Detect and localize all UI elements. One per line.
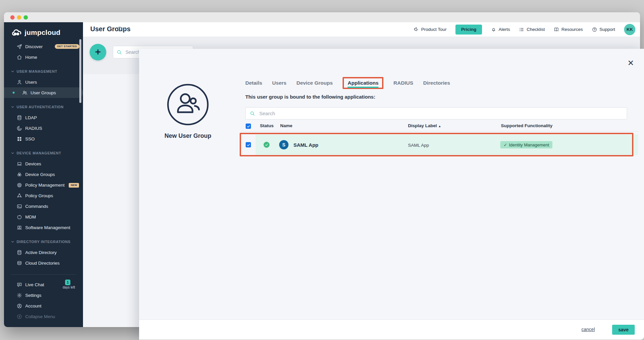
- user-group-avatar-icon: [167, 84, 209, 126]
- sidebar: jumpcloud Discover GET STARTED Home USER…: [4, 22, 83, 327]
- tab-applications[interactable]: Applications: [348, 80, 378, 88]
- sidebar-item-devices[interactable]: Devices: [4, 158, 83, 169]
- select-all-checkbox[interactable]: [246, 124, 251, 129]
- user-group-detail-panel: ✕ New User Group Details Users Device Gr…: [139, 49, 644, 339]
- radar-icon: [17, 126, 22, 131]
- sidebar-item-label: User Groups: [31, 90, 56, 95]
- sidebar-scrollbar-thumb[interactable]: [79, 39, 81, 103]
- tab-details[interactable]: Details: [245, 80, 262, 86]
- row-checkbox[interactable]: [246, 142, 251, 147]
- sidebar-item-settings[interactable]: Settings: [4, 290, 83, 300]
- users-icon: [22, 90, 28, 96]
- sidebar-item-active-directory[interactable]: Active Directory: [4, 247, 83, 258]
- add-user-group-button[interactable]: +: [90, 44, 106, 60]
- molecule-icon: [17, 193, 22, 199]
- plus-icon: +: [95, 47, 101, 57]
- sidebar-item-software-management[interactable]: Software Management: [4, 222, 83, 233]
- sidebar-item-live-chat[interactable]: Live Chat 1 days left: [4, 279, 83, 290]
- sidebar-item-sso[interactable]: SSO: [4, 133, 83, 144]
- sort-asc-icon: ▲: [438, 125, 441, 128]
- applications-search-input[interactable]: [259, 110, 623, 117]
- sidebar-item-home[interactable]: Home: [4, 52, 83, 62]
- close-window-button[interactable]: [10, 15, 15, 20]
- sidebar-item-label: Policy Groups: [25, 193, 53, 198]
- sidebar-item-label: Settings: [25, 293, 41, 298]
- sidebar-item-label: LDAP: [25, 115, 37, 120]
- software-icon: [17, 225, 22, 230]
- sidebar-section-user-authentication[interactable]: USER AUTHENTICATION: [4, 102, 83, 112]
- sidebar-item-label: Software Management: [25, 225, 70, 230]
- sidebar-item-account[interactable]: Account: [4, 300, 83, 311]
- save-button[interactable]: save: [612, 325, 635, 335]
- logo-text: jumpcloud: [25, 29, 60, 37]
- support-button[interactable]: Support: [592, 27, 615, 32]
- sidebar-section-user-management[interactable]: USER MANAGEMENT: [4, 66, 83, 77]
- sidebar-item-collapse-menu[interactable]: Collapse Menu: [4, 311, 83, 322]
- jumpcloud-logo[interactable]: jumpcloud: [12, 27, 60, 38]
- sidebar-item-device-groups[interactable]: Device Groups: [4, 169, 83, 180]
- sidebar-item-ldap[interactable]: LDAP: [4, 112, 83, 123]
- maximize-window-button[interactable]: [24, 15, 28, 20]
- cancel-button[interactable]: cancel: [582, 327, 595, 332]
- sidebar-item-commands[interactable]: Commands: [4, 201, 83, 212]
- info-icon[interactable]: [117, 26, 122, 32]
- app-window: jumpcloud Discover GET STARTED Home USER…: [4, 12, 640, 327]
- sidebar-item-label: Commands: [25, 204, 48, 209]
- checklist-button[interactable]: Checklist: [519, 27, 545, 32]
- page-title: User Groups: [90, 25, 130, 33]
- megaphone-icon: [414, 27, 419, 32]
- resources-button[interactable]: Resources: [554, 27, 583, 32]
- column-display-label[interactable]: Display Label▲: [408, 123, 441, 128]
- sidebar-item-label: Home: [25, 55, 37, 60]
- window-titlebar: [4, 12, 640, 23]
- target-icon: [17, 182, 22, 188]
- sidebar-item-mdm[interactable]: MDM: [4, 212, 83, 222]
- product-tour-button[interactable]: Product Tour: [414, 27, 446, 32]
- column-supported-functionality: Supported Functionality: [501, 123, 552, 128]
- window-controls: [10, 15, 28, 20]
- sidebar-item-label: Active Directory: [25, 250, 57, 255]
- app-name: SAML App: [293, 142, 318, 148]
- chevron-down-icon: [11, 240, 14, 243]
- sidebar-section-directory-integrations[interactable]: DIRECTORY INTEGRATIONS: [4, 236, 83, 247]
- column-status: Status: [260, 123, 274, 128]
- table-header: Status Name Display Label▲ Supported Fun…: [241, 123, 638, 131]
- minimize-window-button[interactable]: [17, 15, 21, 20]
- sidebar-item-label: SSO: [25, 136, 35, 141]
- chat-icon: [17, 282, 22, 288]
- sidebar-item-policy-management[interactable]: Policy Management NEW: [4, 180, 83, 190]
- layers-icon: [17, 260, 22, 266]
- sidebar-item-discover[interactable]: Discover GET STARTED: [4, 41, 83, 52]
- sidebar-item-label: Devices: [25, 161, 41, 166]
- sidebar-item-cloud-directories[interactable]: Cloud Directories: [4, 258, 83, 268]
- tab-directories[interactable]: Directories: [423, 80, 450, 86]
- app-display-label: SAML App: [408, 143, 429, 148]
- home-icon: [17, 54, 22, 60]
- panel-tabs: Details Users Device Groups Applications…: [245, 76, 450, 89]
- bell-icon: [491, 27, 496, 32]
- sidebar-item-user-groups[interactable]: User Groups: [4, 87, 83, 98]
- tab-device-groups[interactable]: Device Groups: [296, 80, 333, 86]
- pricing-button[interactable]: Pricing: [455, 25, 482, 35]
- laptop-icon: [17, 161, 22, 167]
- alerts-button[interactable]: Alerts: [491, 27, 510, 32]
- sidebar-item-label: Device Groups: [25, 172, 55, 177]
- cloud-icon: [12, 29, 22, 36]
- sidebar-item-radius[interactable]: RADIUS: [4, 123, 83, 133]
- gear-icon: [17, 293, 22, 298]
- tab-radius[interactable]: RADIUS: [393, 80, 413, 86]
- database-icon: [17, 250, 22, 255]
- sidebar-section-device-management[interactable]: DEVICE MANAGEMENT: [4, 148, 83, 158]
- sidebar-item-users[interactable]: Users: [4, 77, 83, 87]
- check-icon: ✓: [504, 142, 507, 147]
- venn-icon: [17, 172, 22, 177]
- sidebar-item-policy-groups[interactable]: Policy Groups: [4, 190, 83, 201]
- table-row[interactable]: S SAML App SAML App ✓ Identity Managemen…: [241, 134, 638, 155]
- apple-icon: [17, 214, 22, 220]
- tab-users[interactable]: Users: [272, 80, 286, 86]
- sidebar-item-label: Account: [25, 303, 41, 308]
- close-icon[interactable]: ✕: [626, 59, 635, 67]
- user-avatar[interactable]: KK: [624, 24, 635, 35]
- annotation-box-tab: Applications: [343, 77, 383, 89]
- functionality-badge: ✓ Identity Management: [500, 141, 552, 148]
